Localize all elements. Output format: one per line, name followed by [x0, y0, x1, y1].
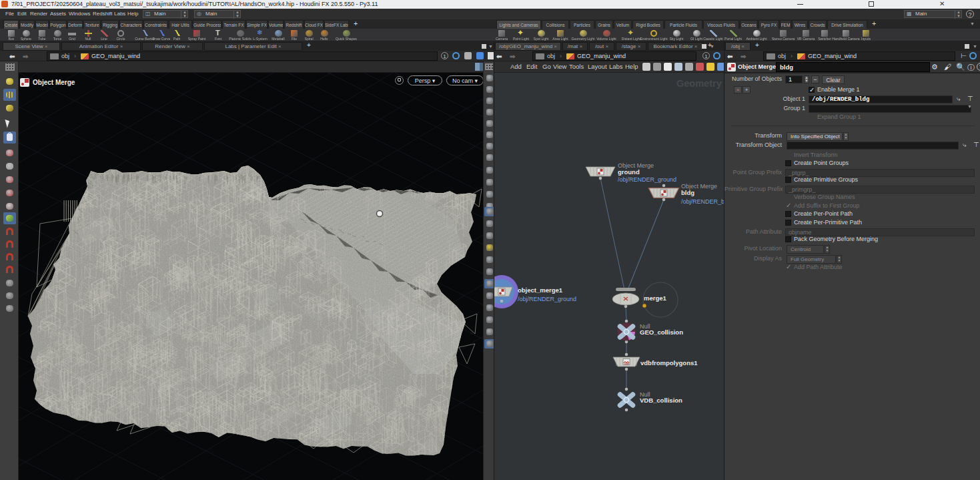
svg-text:VDB: VDB	[624, 363, 630, 365]
